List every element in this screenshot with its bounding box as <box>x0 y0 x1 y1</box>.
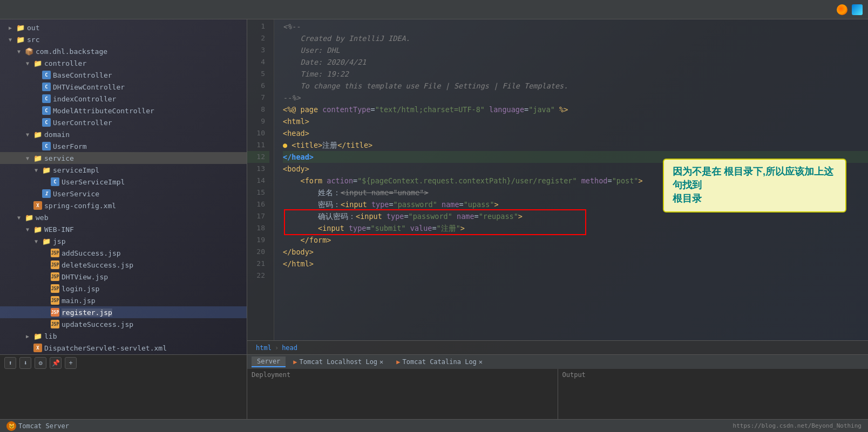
sidebar-item-spring-config[interactable]: X spring-config.xml <box>0 200 247 211</box>
sidebar-item-base-controller[interactable]: C BaseController <box>0 69 247 81</box>
tab-tomcat-localhost[interactable]: ▶ Tomcat Localhost Log ✕ <box>288 356 389 367</box>
sidebar-item-login[interactable]: JSP login.jsp <box>0 283 247 294</box>
item-label: UserServiceImpl <box>62 178 125 186</box>
folder-icon: 📁 <box>33 130 42 139</box>
breadcrumb-sep: › <box>275 344 279 352</box>
arrow-icon <box>26 132 31 138</box>
code-line: To change this template use File | Setti… <box>283 80 868 92</box>
java-class-icon: C <box>42 106 51 115</box>
edge-icon[interactable] <box>852 4 863 15</box>
sidebar-item-register[interactable]: JSP register.jsp <box>0 306 247 318</box>
item-label: DHTView.jsp <box>62 273 108 281</box>
sidebar-item-src[interactable]: 📁 src <box>0 33 247 45</box>
sidebar-item-model-attr-controller[interactable]: C ModelAttributeController <box>0 105 247 116</box>
jsp-icon: JSP <box>51 260 59 269</box>
sidebar-item-user-form[interactable]: C UserForm <box>0 140 247 152</box>
java-class-icon: C <box>51 177 59 186</box>
browser-icons <box>837 4 863 15</box>
toolbar-pin-btn[interactable]: 📌 <box>50 357 62 369</box>
code-line: <head> <box>283 127 868 139</box>
code-line: <%-- <box>283 20 868 32</box>
item-label: UserService <box>53 190 99 198</box>
item-label: UserController <box>53 119 112 127</box>
status-left: 🐱 Tomcat Server <box>6 421 69 431</box>
sidebar-item-domain[interactable]: 📁 domain <box>0 128 247 140</box>
code-line: User: DHL <box>283 44 868 56</box>
tomcat-label: Tomcat Server <box>18 422 69 430</box>
java-class-icon: C <box>42 142 51 150</box>
code-line: --%> <box>283 92 868 104</box>
jsp-icon: JSP <box>51 249 59 257</box>
folder-icon: 📁 <box>16 23 25 32</box>
folder-icon: 📁 <box>42 166 51 174</box>
status-url: https://blog.csdn.net/Beyond_Nothing <box>733 422 862 429</box>
sidebar-item-dhl-view[interactable]: JSP DHTView.jsp <box>0 271 247 283</box>
sidebar-item-lib[interactable]: 📁 lib <box>0 330 247 342</box>
sidebar-item-add-success[interactable]: JSP addSuccess.jsp <box>0 247 247 259</box>
java-class-icon: C <box>42 83 51 91</box>
sidebar-item-package[interactable]: 📦 com.dhl.backstage <box>0 45 247 57</box>
folder-icon: 📁 <box>33 332 42 340</box>
java-class-icon: C <box>42 71 51 79</box>
code-line: ● <title>注册</title> <box>283 139 868 151</box>
sidebar-item-controller[interactable]: 📁 controller <box>0 57 247 69</box>
toolbar-down-btn[interactable]: ⬇ <box>19 357 31 369</box>
breadcrumb-html[interactable]: html <box>256 344 272 352</box>
item-label: src <box>27 36 39 44</box>
sidebar-item-delete-success[interactable]: JSP deleteSuccess.jsp <box>0 259 247 271</box>
close-localhost-icon[interactable]: ✕ <box>379 358 383 366</box>
breadcrumb-head[interactable]: head <box>282 344 297 352</box>
bottom-right: Server ▶ Tomcat Localhost Log ✕ ▶ Tomcat… <box>247 355 868 419</box>
sidebar-item-service[interactable]: 📁 service <box>0 152 247 164</box>
tab-tomcat-catalina[interactable]: ▶ Tomcat Catalina Log ✕ <box>391 356 488 367</box>
output-label: Output <box>562 371 586 379</box>
item-label: lib <box>44 332 57 340</box>
folder-icon: 📁 <box>33 154 42 162</box>
annotation-text: 因为不是在 根目录下,所以应该加上这句找到根目录 <box>673 166 833 204</box>
item-label: main.jsp <box>62 297 96 305</box>
sidebar-item-update-success[interactable]: JSP updateSuccess.jsp <box>0 318 247 330</box>
toolbar-add-btn[interactable]: + <box>65 357 77 369</box>
sidebar-item-index-controller[interactable]: C indexController <box>0 93 247 105</box>
tab-server[interactable]: Server <box>252 356 286 367</box>
close-catalina-icon[interactable]: ✕ <box>479 358 483 366</box>
sidebar-item-user-service[interactable]: I UserService <box>0 188 247 200</box>
sidebar-item-dispatcher-servlet[interactable]: X DispatcherServlet-servlet.xml <box>0 342 247 354</box>
sidebar-item-main[interactable]: JSP main.jsp <box>0 294 247 306</box>
tab-catalina-label: Tomcat Catalina Log <box>403 358 477 366</box>
firefox-icon[interactable] <box>837 4 847 15</box>
arrow-icon <box>17 215 23 221</box>
sidebar-item-user-controller[interactable]: C UserController <box>0 116 247 128</box>
item-label: service <box>44 154 74 162</box>
code-line: <input type="submit" value="注册"> <box>283 222 868 234</box>
code-line: <html> <box>283 115 868 127</box>
item-label: controller <box>44 59 86 67</box>
xml-icon: X <box>33 344 42 352</box>
sidebar-item-out[interactable]: 📁 out <box>0 22 247 33</box>
item-label: spring-config.xml <box>44 202 116 210</box>
toolbar-up-btn[interactable]: ⬆ <box>4 357 16 369</box>
sidebar-item-webinf[interactable]: 📁 WEB-INF <box>0 223 247 235</box>
folder-icon: 📁 <box>42 237 51 245</box>
item-label: updateSuccess.jsp <box>62 320 133 328</box>
item-label: login.jsp <box>62 285 99 293</box>
sidebar-item-jsp[interactable]: 📁 jsp <box>0 235 247 247</box>
jsp-icon: JSP <box>51 308 59 317</box>
breadcrumb: html › head <box>247 340 868 354</box>
arrow-icon <box>26 227 31 232</box>
sidebar-item-user-service-impl[interactable]: C UserServiceImpl <box>0 176 247 188</box>
folder-icon: 📁 <box>33 225 42 234</box>
toolbar-filter-btn[interactable]: ⚙ <box>35 357 46 369</box>
java-class-icon: C <box>42 94 51 103</box>
tab-server-label: Server <box>257 358 280 365</box>
tomcat-status: 🐱 Tomcat Server <box>6 421 69 431</box>
arrow-icon <box>17 49 23 54</box>
item-label: web <box>36 214 48 222</box>
sidebar-item-dhl-view-controller[interactable]: C DHTViewController <box>0 81 247 93</box>
sidebar-item-web[interactable]: 📁 web <box>0 211 247 223</box>
bottom-right-tabs: Server ▶ Tomcat Localhost Log ✕ ▶ Tomcat… <box>247 355 868 369</box>
sidebar-item-service-impl[interactable]: 📁 serviceImpl <box>0 164 247 176</box>
code-line: Date: 2020/4/21 <box>283 56 868 68</box>
java-interface-icon: I <box>42 189 51 198</box>
tab-localhost-label: Tomcat Localhost Log <box>300 358 378 366</box>
